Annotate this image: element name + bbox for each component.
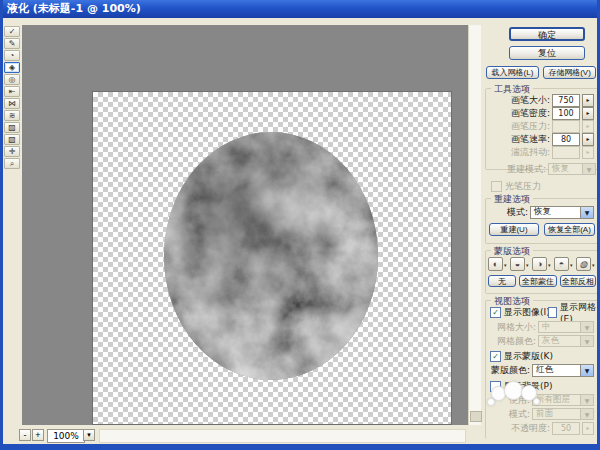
bottom-bar: - + 100% ▼ bbox=[3, 425, 468, 444]
vertical-scrollbar[interactable] bbox=[468, 25, 481, 425]
mask-all-button[interactable]: 全部蒙住 bbox=[519, 275, 557, 287]
ok-button[interactable]: 确定 bbox=[509, 27, 585, 41]
show-image-checkbox[interactable]: ✓ 显示图像(I) bbox=[490, 307, 550, 317]
intersect-with-selection-mask-icon: ◓ bbox=[559, 259, 564, 269]
mesh-color-select: 灰色 ▼ bbox=[538, 335, 594, 347]
title-bar: 液化 (未标题-1 @ 100%) bbox=[0, 0, 600, 18]
twirl-clockwise-tool-button[interactable]: ◔ bbox=[4, 50, 20, 61]
reconstruct-mode-dropdown[interactable]: 恢复 ▼ bbox=[530, 206, 594, 219]
mask-options-group: 蒙版选项 ◐▾ ◒▾ ◑▾ ◓▾ ◍▾ 无 全部蒙住 全部反相 bbox=[485, 250, 599, 294]
horizontal-scrollbar[interactable] bbox=[99, 429, 466, 443]
restore-all-button[interactable]: 恢复全部(A) bbox=[544, 223, 595, 236]
zoom-in-button[interactable]: + bbox=[32, 429, 44, 441]
mirror-tool-button[interactable]: ⋈ bbox=[4, 98, 20, 109]
tool-palette: ✓ ✎ ◔ ◈ ◎ ⇤ ⋈ ≋ ▨ ▧ ✛ ⌕ bbox=[4, 26, 22, 170]
forward-warp-tool-button[interactable]: ✓ bbox=[4, 26, 20, 37]
document-canvas[interactable] bbox=[92, 91, 452, 425]
dropdown-arrow-icon: ▼ bbox=[582, 164, 595, 174]
push-left-icon: ⇤ bbox=[9, 87, 16, 96]
pucker-tool-button[interactable]: ◈ bbox=[4, 62, 20, 73]
show-image-label: 显示图像(I) bbox=[504, 306, 550, 319]
brush-density-input[interactable]: 100 bbox=[552, 107, 580, 120]
show-mesh-checkbox[interactable]: 显示网格(E) bbox=[548, 307, 598, 317]
freeze-mask-tool-button[interactable]: ▨ bbox=[4, 122, 20, 133]
brush-pressure-input bbox=[552, 120, 580, 133]
reconstruct-mode-label: 重建模式: bbox=[507, 163, 546, 176]
thaw-mask-tool-button[interactable]: ▧ bbox=[4, 134, 20, 145]
mesh-size-value: 中 bbox=[539, 321, 580, 333]
backdrop-opacity-input: 50 bbox=[552, 422, 580, 435]
options-panel: 确定 复位 载入网格(L) 存储网格(V) 工具选项 画笔大小: 750 ▸ 画… bbox=[483, 18, 600, 444]
vertical-scrollbar-thumb[interactable] bbox=[470, 411, 482, 422]
dropdown-arrow-icon[interactable]: ▾ bbox=[592, 262, 595, 268]
reset-button[interactable]: 复位 bbox=[509, 46, 585, 60]
dropdown-arrow-icon[interactable]: ▾ bbox=[570, 262, 573, 268]
spinner-arrow-icon: ▸ bbox=[586, 122, 589, 129]
mirror-icon: ⋈ bbox=[8, 99, 16, 108]
turbulent-jitter-label: 湍流抖动: bbox=[511, 146, 550, 159]
backdrop-mode-select: 前面 ▼ bbox=[532, 408, 594, 420]
zoom-level-dropdown-button[interactable]: ▼ bbox=[83, 429, 95, 441]
spinner-arrow-icon: ▸ bbox=[586, 135, 589, 142]
dropdown-arrow-icon[interactable]: ▾ bbox=[526, 262, 529, 268]
reconstruct-tool-button[interactable]: ✎ bbox=[4, 38, 20, 49]
reconstruct-options-title: 重建选项 bbox=[491, 193, 533, 206]
brush-density-slider-button[interactable]: ▸ bbox=[582, 107, 594, 120]
bloat-icon: ◎ bbox=[9, 75, 16, 84]
liquify-dialog: 液化 (未标题-1 @ 100%) ✓ ✎ ◔ ◈ ◎ ⇤ ⋈ ≋ ▨ ▧ ✛ … bbox=[0, 0, 600, 450]
mesh-color-label: 网格颜色: bbox=[497, 335, 536, 348]
view-options-group: 视图选项 ✓ 显示图像(I) 显示网格(E) 网格大小: 中 ▼ 网格颜色: 灰… bbox=[485, 300, 599, 439]
checkbox-checked-icon: ✓ bbox=[490, 351, 501, 362]
dropdown-arrow-icon: ▼ bbox=[580, 336, 593, 346]
brush-pressure-slider-button: ▸ bbox=[582, 120, 594, 133]
reconstruct-mode-value: 恢复 bbox=[549, 163, 582, 175]
subtract-from-selection-mask-button[interactable]: ◑ bbox=[532, 257, 547, 271]
replace-selection-mask-icon: ◐ bbox=[493, 259, 498, 269]
tool-options-group: 工具选项 画笔大小: 750 ▸ 画笔密度: 100 ▸ 画笔压力: ▸ 画笔速… bbox=[485, 88, 599, 170]
hand-tool-button[interactable]: ✛ bbox=[4, 146, 20, 157]
mask-color-select[interactable]: 红色 ▼ bbox=[532, 364, 594, 377]
dropdown-arrow-icon: ▼ bbox=[580, 409, 593, 419]
spinner-arrow-icon: ▸ bbox=[586, 424, 589, 431]
checkbox-icon bbox=[491, 181, 502, 192]
reconstruct-mode-option-label: 模式: bbox=[507, 206, 528, 219]
checkbox-icon bbox=[548, 307, 557, 318]
zoom-level-value[interactable]: 100% bbox=[47, 429, 85, 443]
mesh-color-value: 灰色 bbox=[539, 335, 580, 347]
mask-none-button[interactable]: 无 bbox=[488, 275, 516, 287]
brush-rate-slider-button[interactable]: ▸ bbox=[582, 133, 594, 146]
stylus-pressure-label: 光笔压力 bbox=[505, 180, 541, 193]
reconstruct-options-group: 重建选项 模式: 恢复 ▼ 重建(U) 恢复全部(A) bbox=[485, 198, 599, 244]
reconstruct-mode-select: 恢复 ▼ bbox=[548, 163, 596, 175]
dropdown-arrow-icon[interactable]: ▾ bbox=[548, 262, 551, 268]
turbulent-jitter-input bbox=[552, 146, 580, 159]
zoom-tool-button[interactable]: ⌕ bbox=[4, 158, 20, 169]
backdrop-use-value: 所有图层 bbox=[533, 394, 580, 406]
reconstruct-button[interactable]: 重建(U) bbox=[489, 223, 539, 236]
show-mask-checkbox[interactable]: ✓ 显示蒙版(K) bbox=[490, 351, 553, 361]
add-to-selection-mask-button[interactable]: ◒ bbox=[510, 257, 525, 271]
zoom-out-button[interactable]: - bbox=[19, 429, 31, 441]
thaw-mask-icon: ▧ bbox=[8, 135, 16, 144]
push-left-tool-button[interactable]: ⇤ bbox=[4, 86, 20, 97]
brush-pressure-label: 画笔压力: bbox=[511, 120, 550, 133]
save-mesh-button[interactable]: 存储网格(V) bbox=[543, 66, 596, 79]
window-title: 液化 (未标题-1 @ 100%) bbox=[7, 2, 141, 15]
subtract-from-selection-mask-icon: ◑ bbox=[537, 259, 542, 269]
dropdown-arrow-icon[interactable]: ▾ bbox=[504, 262, 507, 268]
backdrop-opacity-slider-button: ▸ bbox=[582, 422, 594, 435]
invert-selection-mask-button[interactable]: ◍ bbox=[576, 257, 591, 271]
brush-size-slider-button[interactable]: ▸ bbox=[582, 94, 594, 107]
decoration-circle bbox=[533, 398, 540, 405]
invert-all-button[interactable]: 全部反相 bbox=[560, 275, 596, 287]
replace-selection-mask-button[interactable]: ◐ bbox=[488, 257, 503, 271]
load-mesh-button[interactable]: 载入网格(L) bbox=[486, 66, 539, 79]
brush-size-label: 画笔大小: bbox=[511, 94, 550, 107]
show-mask-label: 显示蒙版(K) bbox=[504, 350, 553, 363]
brush-size-input[interactable]: 750 bbox=[552, 94, 580, 107]
brush-rate-input[interactable]: 80 bbox=[552, 133, 580, 146]
intersect-with-selection-mask-button[interactable]: ◓ bbox=[554, 257, 569, 271]
dropdown-arrow-icon: ▼ bbox=[580, 322, 593, 332]
bloat-tool-button[interactable]: ◎ bbox=[4, 74, 20, 85]
turbulence-tool-button[interactable]: ≋ bbox=[4, 110, 20, 121]
